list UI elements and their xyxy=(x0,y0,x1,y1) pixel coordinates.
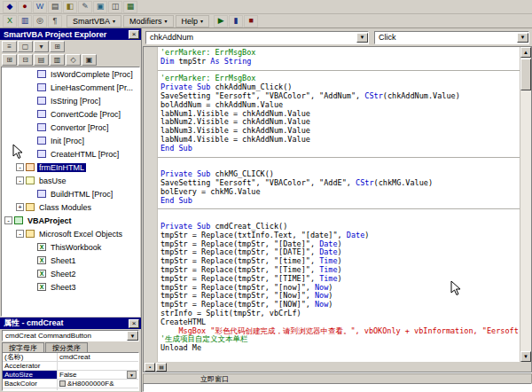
code-line[interactable]: End Sub xyxy=(158,145,520,153)
tree-item[interactable]: XThisWorkbook xyxy=(2,240,139,254)
list-icon[interactable]: ▤ xyxy=(48,1,62,13)
char-format-icon[interactable]: ● xyxy=(18,1,32,13)
vbe-window: ◆●W▤◧✎▣◫▦ X▥◎¶ SmartVBA▾Modifiers▾Help▾ … xyxy=(0,0,532,392)
view-object-icon[interactable]: ▢ xyxy=(18,41,33,52)
code-line[interactable]: bolEvery = chkMG.Value xyxy=(158,188,520,197)
search-icon[interactable]: ◎ xyxy=(33,15,47,27)
property-row[interactable]: AutoSizeFalse▼ xyxy=(3,371,138,380)
palette-icon[interactable]: ◧ xyxy=(63,1,77,13)
close-icon[interactable]: × xyxy=(129,30,139,39)
vertical-scrollbar[interactable]: ▲ ▼ xyxy=(520,47,531,362)
property-row[interactable]: BackColor&H8000000F& xyxy=(3,380,138,388)
scrollbar-thumb[interactable] xyxy=(520,59,531,90)
property-value[interactable]: &H8000000F& xyxy=(58,380,138,388)
tree-item[interactable]: BuildHTML [Proc] xyxy=(2,187,139,200)
property-value[interactable]: cmdCreat xyxy=(58,353,138,361)
edit-icon[interactable]: ✎ xyxy=(78,1,92,13)
full-module-view-button[interactable]: ▤ xyxy=(156,363,167,372)
pause-icon[interactable]: ▮ xyxy=(229,15,243,27)
tab-alphabetic[interactable]: 按字母序 xyxy=(2,342,44,352)
folders-icon[interactable]: ⊞ xyxy=(50,41,65,52)
tree-item[interactable]: +Class Modules xyxy=(2,200,139,214)
dropdown-icon[interactable]: ▾ xyxy=(34,41,49,52)
code-line[interactable]: strInfo = Split(tmpStr, vbCrLf) xyxy=(158,310,520,318)
detail-view-icon[interactable]: ▥ xyxy=(50,54,65,66)
collapse-icon[interactable]: - xyxy=(16,230,24,238)
panels-icon[interactable]: ◫ xyxy=(108,1,122,13)
filter-icon[interactable]: ◇ xyxy=(66,54,81,66)
scroll-down-icon[interactable]: ▼ xyxy=(520,351,531,362)
property-row[interactable]: BackStyle1 - fmBackStyl xyxy=(3,388,138,391)
immediate-window-title[interactable]: 立即窗口 xyxy=(143,373,532,383)
tab-categorized[interactable]: 按分类序 xyxy=(45,342,88,352)
scrollbar-track[interactable] xyxy=(520,58,531,351)
tree-item[interactable]: LineHasComment [Pr... xyxy=(2,81,139,94)
menu-modifiers[interactable]: Modifiers▾ xyxy=(123,15,174,27)
chevron-down-icon[interactable]: ▼ xyxy=(127,371,137,379)
word-doc-icon[interactable]: W xyxy=(33,1,47,13)
collapse-icon[interactable]: - xyxy=(4,216,12,224)
run-icon[interactable]: ▶ xyxy=(214,15,228,27)
close-icon[interactable]: × xyxy=(129,319,139,328)
list-view-icon[interactable]: ▤ xyxy=(34,54,49,66)
stamp-icon[interactable]: ▣ xyxy=(93,1,107,13)
project-explorer-titlebar[interactable]: SmartVBA Project Explorer × xyxy=(0,28,141,40)
chevron-down-icon[interactable]: ▼ xyxy=(517,33,528,43)
tree-item[interactable]: -frmEInHTML xyxy=(2,161,139,174)
object-dropdown[interactable]: chkAddNum ▼ xyxy=(145,31,369,44)
tree-item-label: Class Modules xyxy=(37,203,93,212)
code-token: Time xyxy=(319,256,337,265)
chevron-down-icon[interactable]: ▼ xyxy=(127,331,138,341)
tree-item[interactable]: -basUse xyxy=(2,174,139,187)
chevron-down-icon[interactable]: ▼ xyxy=(356,33,368,43)
tree-item[interactable]: -Microsoft Excel Objects xyxy=(2,227,139,240)
code-line[interactable] xyxy=(158,205,520,214)
tree-item[interactable]: XSheet1 xyxy=(2,254,139,267)
property-name: BackStyle xyxy=(3,388,58,391)
code-line[interactable]: Unload Me xyxy=(158,344,520,353)
properties-titlebar[interactable]: 属性 - cmdCreat × xyxy=(0,318,141,329)
immediate-window-body[interactable] xyxy=(143,383,532,392)
view-code-icon[interactable]: ≡ xyxy=(2,41,17,52)
code-line[interactable]: labNum4.Visible = chkAddNum.Value xyxy=(158,136,520,145)
code-line[interactable]: End Sub xyxy=(158,197,520,206)
props-icon[interactable]: ▣ xyxy=(82,54,97,66)
properties-panel: 属性 - cmdCreat × cmdCreat CommandButton ▼… xyxy=(0,318,142,392)
code-line[interactable]: Dim tmpStr As String xyxy=(158,58,520,67)
tree-item[interactable]: ConvertCode [Proc] xyxy=(2,107,139,121)
tree-item[interactable]: -VBAProject xyxy=(2,214,139,227)
property-object-selector[interactable]: cmdCreat CommandButton ▼ xyxy=(2,330,139,341)
event-dropdown[interactable]: Click ▼ xyxy=(374,31,529,44)
code-token: tmpStr = Replace(tmpStr, "[Time]", xyxy=(160,265,319,274)
tree-item[interactable]: XSheet2 xyxy=(2,267,139,280)
excel-icon[interactable]: X xyxy=(3,15,17,27)
stop-icon[interactable]: ■ xyxy=(244,15,258,27)
code-text-area[interactable]: 'errMarker: ErrMsgBoxDim tmpStr As Strin… xyxy=(158,47,520,362)
scroll-up-icon[interactable]: ▲ xyxy=(520,47,531,58)
code-line[interactable] xyxy=(158,153,520,162)
menu-help[interactable]: Help▾ xyxy=(176,15,210,27)
font-format-icon[interactable]: ◆ xyxy=(3,1,17,13)
expand-all-icon[interactable]: ⊞ xyxy=(2,54,17,66)
grid-icon[interactable]: ▦ xyxy=(123,1,137,13)
expand-icon[interactable]: + xyxy=(16,203,24,211)
property-value[interactable]: 1 - fmBackStyl xyxy=(58,388,138,391)
collapse-icon[interactable]: - xyxy=(16,163,24,171)
property-value[interactable]: False▼ xyxy=(58,371,138,379)
code-token: Date xyxy=(347,231,364,239)
tree-item[interactable]: IsString [Proc] xyxy=(2,94,139,107)
property-row[interactable]: Accelerator xyxy=(3,362,138,371)
collapse-all-icon[interactable]: ⊟ xyxy=(18,54,33,66)
property-value[interactable] xyxy=(58,362,138,370)
property-row[interactable]: (名称)cmdCreat xyxy=(3,353,138,362)
menu-smartvba[interactable]: SmartVBA▾ xyxy=(66,15,121,27)
tree-item[interactable]: XSheet3 xyxy=(2,280,139,294)
collapse-icon[interactable]: - xyxy=(16,176,24,184)
code-line[interactable]: '生成项目自定义文本单栏 xyxy=(158,335,520,344)
procedure-view-button[interactable]: ▪ xyxy=(145,363,155,372)
margin-indicator-bar[interactable] xyxy=(144,47,158,362)
tree-item[interactable]: Convertor [Proc] xyxy=(2,121,139,134)
tree-item[interactable]: IsWordComplete [Proc] xyxy=(2,67,139,81)
save-icon[interactable]: ▥ xyxy=(18,15,32,27)
paragraph-icon[interactable]: ¶ xyxy=(48,15,62,27)
